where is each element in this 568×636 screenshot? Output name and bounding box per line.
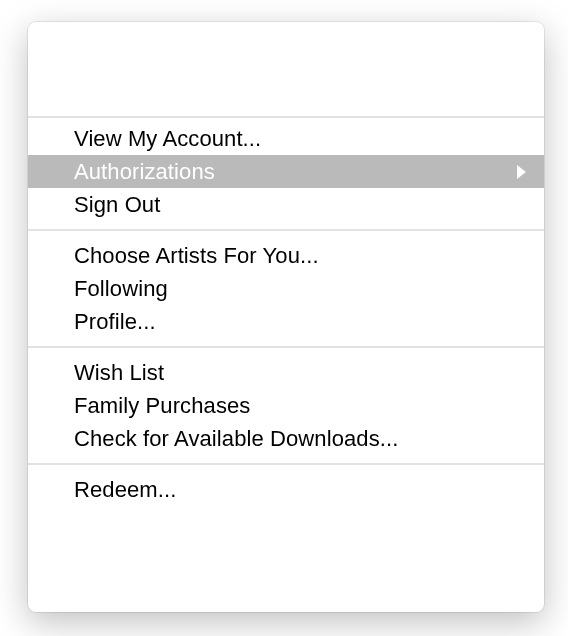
menu-header-blank xyxy=(28,22,544,118)
chevron-right-icon xyxy=(517,159,526,185)
menu-item-family-purchases[interactable]: Family Purchases xyxy=(28,389,544,422)
menu-item-label: Profile... xyxy=(74,309,156,335)
menu-item-check-downloads[interactable]: Check for Available Downloads... xyxy=(28,422,544,455)
menu-separator xyxy=(28,229,544,231)
menu-section-for-you: Choose Artists For You... Following Prof… xyxy=(28,235,544,342)
menu-section-purchases: Wish List Family Purchases Check for Ava… xyxy=(28,352,544,459)
menu-section-account: View My Account... Authorizations Sign O… xyxy=(28,118,544,225)
menu-item-choose-artists[interactable]: Choose Artists For You... xyxy=(28,239,544,272)
menu-item-view-my-account[interactable]: View My Account... xyxy=(28,122,544,155)
menu-separator xyxy=(28,463,544,465)
menu-item-label: View My Account... xyxy=(74,126,261,152)
menu-item-label: Authorizations xyxy=(74,159,215,185)
menu-item-label: Family Purchases xyxy=(74,393,250,419)
menu-item-wish-list[interactable]: Wish List xyxy=(28,356,544,389)
menu-item-authorizations[interactable]: Authorizations xyxy=(28,155,544,188)
account-menu: View My Account... Authorizations Sign O… xyxy=(28,22,544,612)
menu-item-label: Redeem... xyxy=(74,477,176,503)
menu-item-label: Check for Available Downloads... xyxy=(74,426,398,452)
menu-item-sign-out[interactable]: Sign Out xyxy=(28,188,544,221)
menu-item-label: Sign Out xyxy=(74,192,160,218)
menu-section-redeem: Redeem... xyxy=(28,469,544,510)
menu-item-label: Choose Artists For You... xyxy=(74,243,319,269)
menu-item-label: Wish List xyxy=(74,360,164,386)
menu-item-profile[interactable]: Profile... xyxy=(28,305,544,338)
menu-separator xyxy=(28,346,544,348)
menu-item-redeem[interactable]: Redeem... xyxy=(28,473,544,506)
menu-item-following[interactable]: Following xyxy=(28,272,544,305)
menu-item-label: Following xyxy=(74,276,168,302)
